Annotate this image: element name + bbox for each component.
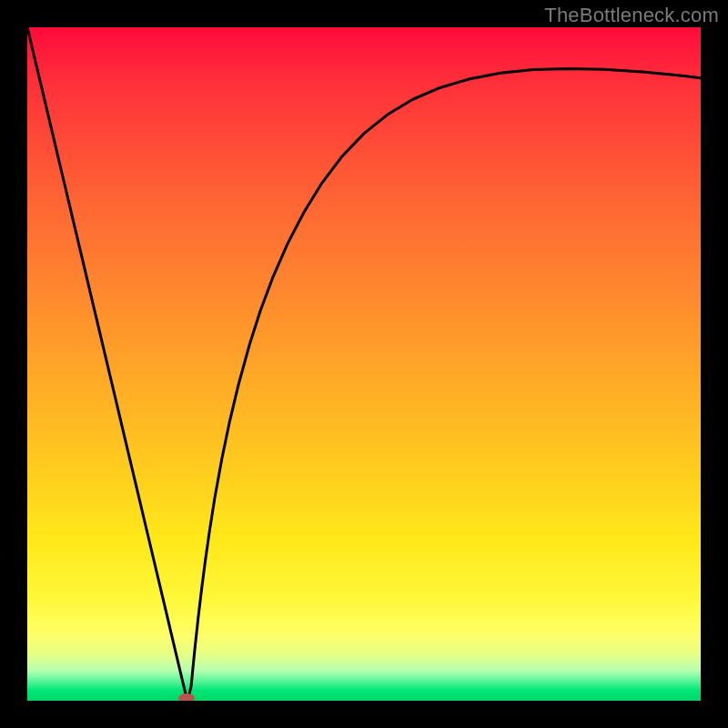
plot-area — [27, 27, 701, 701]
bottleneck-curve — [27, 27, 701, 698]
watermark-text: TheBottleneck.com — [544, 4, 719, 27]
chart-frame: TheBottleneck.com — [0, 0, 728, 728]
minimum-marker — [178, 693, 195, 701]
curve-svg — [27, 27, 701, 701]
